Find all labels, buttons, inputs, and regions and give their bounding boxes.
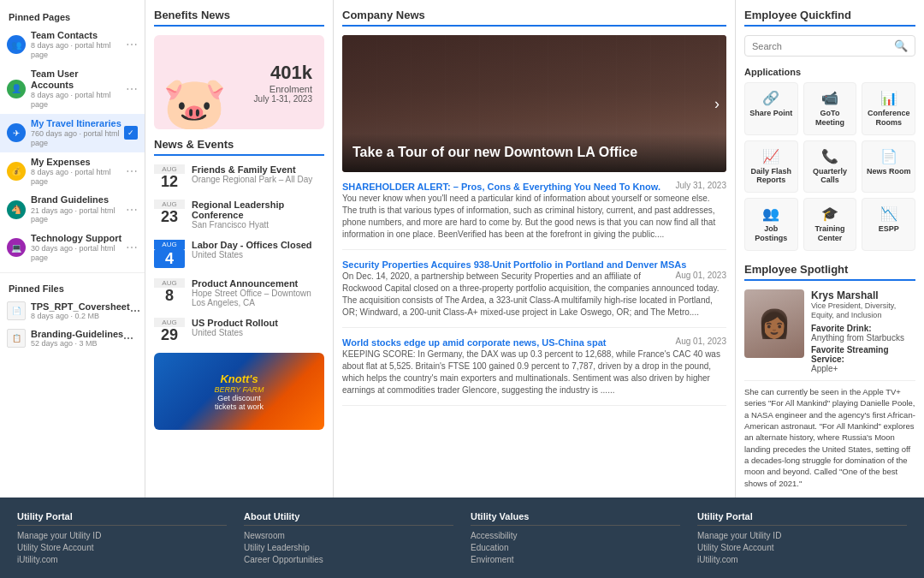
article-date: Aug 01, 2023 [676,337,727,346]
app-name: GoTo Meeting [808,109,853,128]
sidebar-divider [0,272,145,273]
article-body: On Dec. 14, 2020, a partnership between … [342,271,726,319]
item-dots-icon[interactable]: ⋯ [126,82,138,96]
sidebar-item-label: Brand Guidelines [31,194,122,206]
footer-col-title: Utility Values [471,511,680,526]
app-sharepoint[interactable]: 🔗 Share Point [744,82,798,135]
active-badge: ✓ [124,126,138,140]
news-article-1: Security Properties Acquires 938-Unit Po… [342,259,726,328]
footer-link[interactable]: Manage your Utility ID [17,531,227,540]
file-name: Branding-Guidelines [31,329,123,339]
sidebar-item-meta: 30 days ago · portal html page [31,244,122,263]
piggy-bank-icon: 🐷 [163,73,227,129]
quickfind-title: Employee Quickfind [744,9,915,27]
footer-link[interactable]: Utility Store Account [17,543,227,552]
event-location: United States [192,250,312,259]
spotlight-streaming: Favorite Streaming Service: Apple+ [811,345,915,373]
item-dots-icon[interactable]: ⋯ [123,332,133,344]
event-item-0: AUG 12 Friends & Family Event Orange Reg… [154,164,324,189]
sidebar-item-label: Team Contacts [31,30,122,41]
footer-link[interactable]: iUtility.com [697,555,907,564]
footer-link[interactable]: Utility Leadership [244,543,453,552]
event-day: 12 [154,174,185,189]
app-goto-meeting[interactable]: 📹 GoTo Meeting [803,82,857,135]
app-news-room[interactable]: 📄 News Room [862,140,915,194]
company-hero-banner[interactable]: Take a Tour of our new Downtown LA Offic… [342,35,726,172]
sidebar-item-travel[interactable]: ✈ My Travel Itineraries 760 days ago · p… [0,114,145,152]
knotts-sub2: tickets at work [215,402,264,411]
app-quarterly-calls[interactable]: 📞 Quarterly Calls [803,140,857,194]
event-location: Orange Regional Park – All Day [192,175,312,184]
pinned-file-tps[interactable]: 📄 TPS_RPT_Coversheet 8 days ago · 0.2 MB… [0,297,145,325]
team-contacts-icon: 👥 [7,35,26,54]
item-dots-icon[interactable]: ⋯ [126,241,138,254]
sidebar-item-expenses[interactable]: 💰 My Expenses 8 days ago · portal html p… [0,152,145,191]
footer-link[interactable]: Manage your Utility ID [697,531,907,540]
item-dots-icon[interactable]: ⋯ [126,203,138,217]
travel-icon: ✈ [7,123,26,142]
footer-link[interactable]: Utility Store Account [697,543,907,552]
event-location: San Francisco Hyatt [192,220,324,229]
sharepoint-icon: 🔗 [749,90,794,106]
event-title: Friends & Family Event [192,164,312,175]
event-item-1: AUG 23 Regional Leadership Conference Sa… [154,200,324,229]
training-icon: 🎓 [808,206,853,222]
espp-icon: 📉 [866,206,911,222]
benefits-column: Benefits News 🐷 401k Enrolment July 1-31… [145,0,334,498]
item-dots-icon[interactable]: ⋯ [126,164,138,178]
app-name: Daily Flash Reports [749,167,794,186]
file-name: TPS_RPT_Coversheet [31,301,130,312]
article-title[interactable]: SHAREHOLDER ALERT: – Pros, Cons & Everyt… [342,182,660,192]
sidebar-item-meta: 8 days ago · portal html page [31,41,122,60]
footer-col-utility2: Utility Portal Manage your Utility ID Ut… [697,511,907,567]
knotts-logo: Knott's [215,372,264,385]
sidebar-item-meta: 8 days ago · portal html page [31,91,122,110]
job-postings-icon: 👥 [749,206,794,222]
app-espp[interactable]: 📉 ESPP [862,198,915,251]
sidebar-item-user-accounts[interactable]: 👤 Team User Accounts 8 days ago · portal… [0,64,145,114]
footer-link[interactable]: Education [471,543,680,552]
file-meta: 52 days ago · 3 MB [31,339,123,348]
footer-link[interactable]: iUtility.com [17,555,227,564]
article-title[interactable]: Security Properties Acquires 938-Unit Po… [342,259,686,270]
footer-link[interactable]: Enviroment [471,555,680,564]
article-title[interactable]: World stocks edge up amid corporate news… [342,337,606,348]
pinned-file-branding[interactable]: 📋 Branding-Guidelines 52 days ago · 3 MB… [0,325,145,352]
knotts-ad[interactable]: Knott's BERRY FARM Get discount tickets … [154,353,324,430]
app-name: ESPP [866,224,911,234]
footer-link[interactable]: Accessibility [471,531,680,540]
sidebar-item-team-contacts[interactable]: 👥 Team Contacts 8 days ago · portal html… [0,26,145,64]
app-conference-rooms[interactable]: 📊 Conference Rooms [862,82,915,135]
search-box[interactable]: 🔍 [744,35,915,57]
sidebar: Pinned Pages 👥 Team Contacts 8 days ago … [0,0,145,498]
item-dots-icon[interactable]: ⋯ [130,305,140,317]
file-icon: 📄 [7,301,26,320]
hero-next-icon[interactable]: › [714,95,720,113]
app-wrapper: Pinned Pages 👥 Team Contacts 8 days ago … [0,0,924,578]
item-dots-icon[interactable]: ⋯ [126,38,138,51]
app-job-postings[interactable]: 👥 Job Postings [744,198,798,251]
sidebar-item-meta: 8 days ago · portal html page [31,168,122,187]
benefits-card: 🐷 401k Enrolment July 1-31, 2023 [154,35,324,129]
footer: Utility Portal Manage your Utility ID Ut… [0,498,924,578]
sidebar-item-label: Technology Support [31,233,122,244]
benefit-label: Enrolment [254,84,312,94]
sidebar-item-tech-support[interactable]: 💻 Technology Support 30 days ago · porta… [0,229,145,267]
knotts-sub1: Get discount [215,394,264,402]
app-flash-reports[interactable]: 📈 Daily Flash Reports [744,140,798,194]
goto-icon: 📹 [808,90,853,106]
sidebar-item-label: Team User Accounts [31,69,122,91]
company-news-title: Company News [342,9,726,27]
file-meta: 8 days ago · 0.2 MB [31,312,130,320]
footer-link[interactable]: Newsroom [244,531,453,540]
app-training-center[interactable]: 🎓 Training Center [803,198,857,251]
search-input[interactable] [752,41,894,51]
pinned-pages-title: Pinned Pages [0,7,145,26]
footer-link[interactable]: Career Opportunities [244,555,453,564]
footer-col-values: Utility Values Accessibility Education E… [471,511,680,567]
app-name: Quarterly Calls [808,167,853,186]
footer-col-utility: Utility Portal Manage your Utility ID Ut… [17,511,227,567]
spotlight-title: Employee Spotlight [744,263,915,281]
sidebar-item-brand[interactable]: 🐴 Brand Guidelines 21 days ago · portal … [0,190,145,229]
main-content: Pinned Pages 👥 Team Contacts 8 days ago … [0,0,924,498]
